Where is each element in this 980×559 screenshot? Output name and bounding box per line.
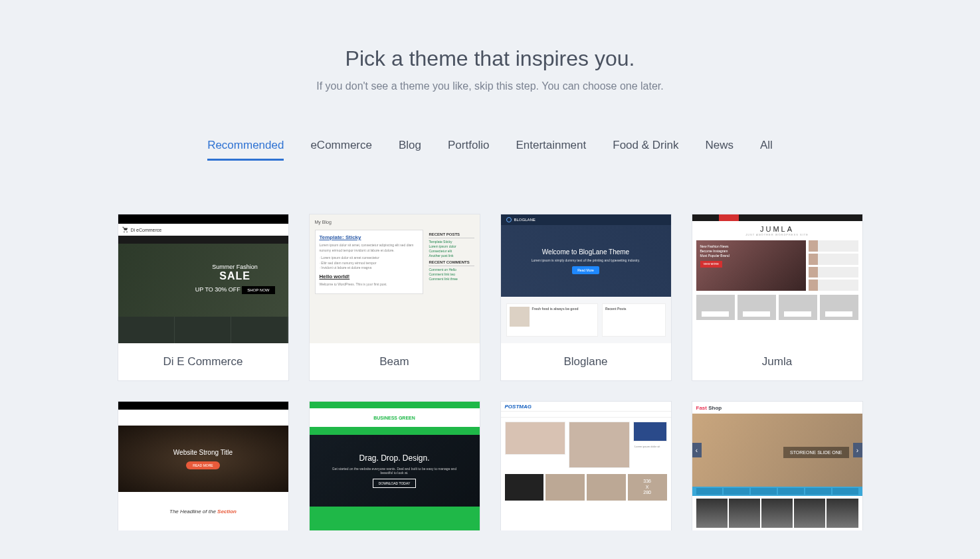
cart-icon [122, 226, 129, 233]
thumb-text: My Blog [315, 220, 474, 224]
thumb-text: Lorem ipsum is simply dummy text of the … [532, 258, 640, 262]
theme-card-gourmand[interactable]: Website Strong Title READ MORE The Headl… [118, 401, 289, 530]
logo-icon [506, 217, 512, 222]
chevron-left-icon: ‹ [692, 443, 702, 457]
theme-thumbnail: POSTMAG Lorem ipsum dolor sit 336 X 280 [501, 402, 671, 530]
thumb-button: SHOP NOW [242, 286, 274, 294]
page-header: Pick a theme that inspires you. If you d… [0, 46, 980, 92]
page-subtitle: If you don't see a theme you like, skip … [0, 80, 980, 92]
thumb-text: SALE [195, 270, 275, 282]
theme-name: Jumla [692, 343, 862, 380]
theme-grid: Di eCommerce Summer Fashion SALE UP TO 3… [0, 214, 980, 530]
thumb-brand: BUSINESS GREEN [373, 416, 415, 420]
theme-thumbnail: Di eCommerce Summer Fashion SALE UP TO 3… [118, 214, 288, 343]
theme-thumbnail: My Blog Template: Sticky Lorem ipsum dol… [310, 214, 480, 343]
chevron-right-icon: › [853, 443, 862, 457]
thumb-brand: POSTMAG [505, 404, 532, 410]
thumb-text: Website Strong Title [173, 449, 233, 456]
thumb-brand: Fast [696, 405, 707, 411]
theme-card-fast-shop[interactable]: Fast Shop ‹ › STOREONE SLIDE ONE [692, 401, 863, 530]
tab-all[interactable]: All [760, 139, 773, 161]
thumb-text: STOREONE SLIDE ONE [783, 447, 848, 458]
tab-ecommerce[interactable]: eCommerce [310, 139, 372, 161]
thumb-text: Drag. Drop. Design. [359, 453, 429, 463]
theme-name: Di E Commerce [118, 343, 288, 380]
thumb-text: JUST ANOTHER WORDPRESS SITE [692, 233, 862, 236]
category-tabs: Recommended eCommerce Blog Portfolio Ent… [0, 139, 980, 161]
thumb-button: Read More [572, 266, 599, 274]
theme-name: Beam [310, 343, 480, 380]
theme-name: Bloglane [501, 343, 671, 380]
thumb-text: RECENT POSTS [429, 232, 474, 238]
thumb-text: Welcome to BlogLane Theme [542, 248, 629, 256]
theme-thumbnail: Fast Shop ‹ › STOREONE SLIDE ONE [692, 402, 862, 530]
tab-portfolio[interactable]: Portfolio [448, 139, 489, 161]
thumb-text: Summer Fashion [212, 264, 258, 270]
thumb-button: READ MORE [186, 461, 219, 469]
thumb-button: DOWNLOAD TODAY [373, 479, 417, 488]
theme-thumbnail: Website Strong Title READ MORE The Headl… [118, 402, 288, 530]
theme-card-postmag[interactable]: POSTMAG Lorem ipsum dolor sit 336 X 280 [500, 401, 672, 530]
theme-card-beam[interactable]: My Blog Template: Sticky Lorem ipsum dol… [309, 214, 480, 381]
thumb-text: Fresh food is always be good [532, 307, 579, 311]
thumb-text: Section [217, 509, 237, 515]
tab-recommended[interactable]: Recommended [207, 139, 284, 161]
tab-news[interactable]: News [705, 139, 734, 161]
tab-food-drink[interactable]: Food & Drink [613, 139, 678, 161]
thumb-ad: 336 X 280 [628, 474, 667, 501]
thumb-text: The Headline of the [169, 509, 217, 515]
thumb-button: VIEW MORE [700, 261, 722, 268]
theme-thumbnail: BLOGLANE Welcome to BlogLane Theme Lorem… [501, 214, 671, 343]
theme-card-business-green[interactable]: BUSINESS GREEN Drag. Drop. Design. Get s… [309, 401, 480, 530]
theme-thumbnail: BUSINESS GREEN Drag. Drop. Design. Get s… [310, 402, 480, 530]
theme-card-di-e-commerce[interactable]: Di eCommerce Summer Fashion SALE UP TO 3… [118, 214, 289, 381]
page-title: Pick a theme that inspires you. [0, 46, 980, 71]
theme-thumbnail: JUMLAJUST ANOTHER WORDPRESS SITE New Fas… [692, 214, 862, 343]
theme-card-bloglane[interactable]: BLOGLANE Welcome to BlogLane Theme Lorem… [500, 214, 672, 381]
thumb-text: RECENT COMMENTS [429, 260, 474, 266]
theme-card-jumla[interactable]: JUMLAJUST ANOTHER WORDPRESS SITE New Fas… [692, 214, 863, 381]
thumb-brand: JUMLA [760, 225, 794, 233]
tab-blog[interactable]: Blog [399, 139, 421, 161]
thumb-brand: Shop [708, 405, 722, 411]
thumb-text: UP TO 30% OFF [195, 286, 241, 293]
thumb-brand: BLOGLANE [514, 218, 536, 222]
thumb-text: Template: Sticky [320, 234, 419, 240]
thumb-brand: Di eCommerce [131, 228, 162, 232]
tab-entertainment[interactable]: Entertainment [516, 139, 586, 161]
thumb-text: Hello world! [320, 274, 419, 280]
thumb-text: Recent Posts [605, 307, 627, 311]
